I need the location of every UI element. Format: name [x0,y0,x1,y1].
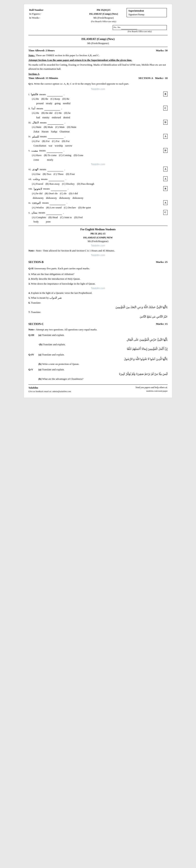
options2-v: come nearly [32,158,162,162]
q-num-iii: iii. [28,121,31,125]
watermark-3: Talabilm.com [28,244,168,248]
options-vi: (A) One(B) Two(C) Three(D) Four [32,172,162,176]
section-a-header: SECTION-A Marks:- 10 [138,76,168,80]
divider-1 [28,35,168,35]
answer-vii: A [163,177,168,181]
footer-right: Send you papers and help others at: tala… [135,386,168,393]
means-x: means [38,211,45,215]
paper-code: PR IX(01)15 [82,8,125,12]
q-num-i: i. [28,92,30,96]
roll-number-label: Roll Number [29,8,81,12]
section-b-q5-arabic: شر الدواب [49,296,62,299]
mcq-iv: iv. للسلم means . (A) For(B) For(C) For(… [28,134,168,148]
answer-x: C [163,210,168,215]
q4a-arabic: يَاأَيُّهَا الَّذِينَ آمَنُوا لَا تَخُون… [38,357,168,361]
q-arabic-iii: لاتقال [32,120,39,125]
answer-v: D [163,148,168,153]
watermark-1: Talabilm.com [28,87,168,91]
q5a-arabic: لَيْسَ مِنَّا مَنْ لَمْ يَرْحَمْ صَغِيرَ… [38,372,168,376]
options2-x: body joint [32,220,162,224]
superintendent-label: Superintendent [129,9,165,13]
fic-box: Fic. No. [113,25,167,30]
q1-label: Q-1. [28,82,33,85]
means-iii: means [40,121,47,125]
exam-paper: Roll Number In Figures:- In Words:- PR I… [24,4,172,398]
q-arabic-ix: اکمcans [32,201,41,205]
signature-label: Signature/Stamp: [129,13,165,17]
means-v: means [39,149,46,153]
fic-row: Fic. No. (For Board's Office use only) [28,25,168,33]
q-num-v: v. [28,149,30,153]
note1: Note:- There are THREE section in this p… [28,54,168,57]
section-b-q2: 2. Briefly describe the introduction of … [28,277,168,281]
means-iv: means [40,134,47,138]
q-num-vii: vii. [28,177,32,181]
section-b-q1: 1. What are the four obligations of Ablu… [28,272,168,276]
q-num-x: x. [28,211,30,215]
q-num-iv: iv. [28,134,31,138]
options-iv: (A) For(B) For(C) For(D) For [32,139,162,143]
mcq-viii: viii. لاتخونوا means . (A) he did(B) Don… [28,186,168,200]
board-office-label: (For Board's Office use only) [113,30,167,33]
q-arabic-i: فالتقوا [31,92,38,97]
options-viii: (A) he did(B) Don't do(C) do(D) I did [32,191,162,195]
title-subject: ISLAMIAT (Comp) (New) [28,37,168,41]
options-i: (A) Be(B) Be(C) Keep(D) Be [32,97,162,101]
q-num-ii: ii. [28,106,30,111]
title-class: 9th (Fresh/Reappear) [28,41,168,45]
q-arabic-vii: وجلت [33,177,40,181]
q1-block: Q-1. Write the correct option i.e. A, B,… [28,82,168,86]
in-figures-label: In Figures:- [29,12,81,16]
section-a-label: Section-A [28,72,168,76]
note2: Attempt Section-A on the same paper and … [28,58,168,62]
options2-viii: dishonestydishonestydishonestydishonesty [32,196,162,200]
q3b-part: -(b) Translate and explain. إِنَّ أَكْمَ… [38,343,168,351]
section-c-note: Note:- Attempt any two questions. All qu… [28,328,168,332]
section-b-label: SECTION-B [28,260,44,265]
section-b-marks: Marks: 25 [156,260,168,265]
mcq-vi: vi. الهدى means . (A) One(B) Two(C) Thre… [28,167,168,177]
footer-email-addr: admin@talabilm.com [52,390,71,393]
mcq-v: v. مضت means . (A) Have(B) To come(C) Co… [28,148,168,162]
in-words-label: In Words:- [29,16,81,20]
section-b-q7: 7. Translate: خَيْرُ النَّاسِ مَن يَنفَع… [28,310,168,319]
header-class: 9th (Fresh/Reapear) [82,16,125,20]
mcq-iii: iii. لاتقال means . (A) Male(B) Male(C) … [28,120,168,134]
paper-header: Roll Number In Figures:- In Words:- PR I… [28,8,168,24]
mcq-x: x. بمنان means . (A) Complete(B) Head(C)… [28,210,168,224]
answer-i: B [163,92,168,96]
q2-label: Q-II [28,267,33,270]
q-num-ix: ix. [28,201,31,205]
answer-iii: D [163,120,168,125]
section-b-q7-arabic: خَيْرُ النَّاسِ مَن يَنفَعُ النَّاسَ [28,314,168,319]
footer-website: talabilm.com/send-paper [135,389,168,393]
watermark-2: Talabilm.com [28,162,168,166]
options2-ii: hadenmityendorseddenied [32,116,162,120]
means-vii: means [41,177,48,181]
mcq-vii: vii. وجلت means . (A) Feared(B) Run away… [28,177,168,186]
options-iii: (A) Male(B) Male(C) Male(D) Male [32,125,162,129]
note-section-bc: Note:- Note:- Time allowed for Section-B… [28,249,168,253]
q-arabic-viii: لاتخونوا [34,187,42,191]
options-ix: (A) Wistlos(B) Low sound(C) Declare(D) B… [32,206,162,210]
english-paper-code: PR IX (01) 15 [28,232,168,236]
q4b-part: (b) Write a note on protection of Quran. [38,362,168,366]
q-arabic-x: بمنان [32,211,37,215]
q-arabic-ii: أبدا [32,106,35,111]
options-x: (A) Complete(B) Head(C) Joint to(D) Feel [32,215,162,219]
q1-text: Write the correct option i.e. A, B, C or… [34,82,129,85]
blank-iv [48,134,63,139]
watermark-5: Talabilm.com [28,286,168,290]
means-viii: means [43,187,50,191]
time-allowed: Time Allowed: 2 Hours [28,49,55,53]
answer-ii: C [163,106,168,111]
answer-vi: A [163,167,168,172]
section-c-marks: Marks: 15 [156,322,168,327]
section-b-q5: 5. What is meant by شر الدواب [28,296,168,300]
options2-i: proundsteadygoingneedful [32,101,162,105]
q3a-part: (a) Translate and explain. يَأَيُّهَا ال… [38,333,168,342]
section-b-q6: 6. Translate: يَاأَيُّهَا النَّبِيُّ حَس… [28,301,168,309]
superintendent-box: Superintendent Signature/Stamp: [127,8,167,17]
means-vi: means [39,167,46,172]
answer-iv: A [163,134,168,139]
